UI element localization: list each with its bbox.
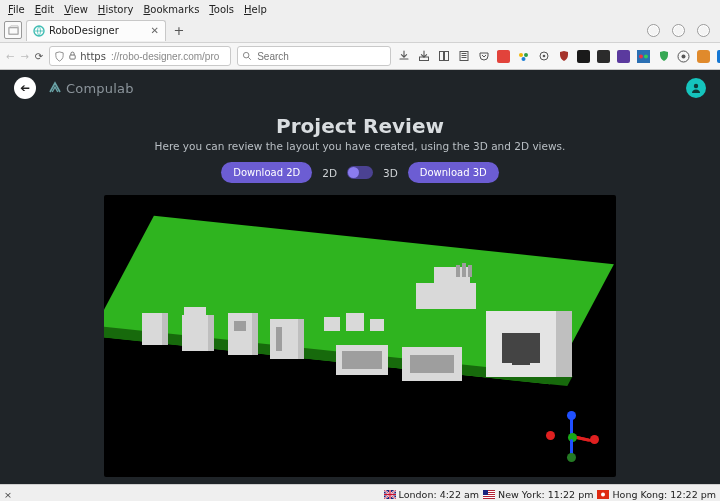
svg-point-16 [542, 55, 545, 58]
view-controls: Download 2D 2D 3D Download 3D [0, 162, 720, 183]
search-input[interactable] [255, 50, 386, 63]
new-tab-button[interactable]: + [170, 21, 188, 39]
window-minimize-button[interactable] [647, 24, 660, 37]
browser-tabstrip: RoboDesigner ✕ + [0, 18, 720, 42]
favicon-icon [33, 25, 45, 37]
flag-hk-icon [597, 490, 609, 499]
svg-rect-7 [444, 52, 448, 61]
svg-rect-6 [439, 52, 443, 61]
svg-rect-0 [8, 27, 17, 33]
axis-gizmo[interactable] [546, 411, 598, 463]
3d-viewport[interactable] [104, 195, 616, 477]
svg-point-19 [644, 54, 648, 58]
menu-view[interactable]: View [60, 4, 92, 15]
ext-purple-icon[interactable] [617, 50, 630, 63]
svg-rect-17 [637, 50, 650, 63]
ext-ublock-icon[interactable] [557, 50, 570, 63]
svg-rect-31 [384, 494, 396, 495]
svg-point-21 [682, 54, 686, 58]
menu-file[interactable]: File [4, 4, 29, 15]
ext-sync-icon[interactable] [537, 50, 550, 63]
svg-point-13 [524, 53, 528, 57]
window-controls [647, 24, 716, 37]
flag-us-icon [483, 490, 495, 499]
brand-icon [48, 81, 62, 95]
menu-help[interactable]: Help [240, 4, 271, 15]
browser-tab[interactable]: RoboDesigner ✕ [26, 20, 166, 41]
app-back-button[interactable]: ➔ [14, 77, 36, 99]
app-header: ➔ Compulab [0, 70, 720, 106]
ext-red-icon[interactable] [497, 50, 510, 63]
tab-title: RoboDesigner [49, 25, 147, 36]
os-menubar: File Edit View History Bookmarks Tools H… [0, 0, 720, 18]
window-maximize-button[interactable] [672, 24, 685, 37]
menu-tools[interactable]: Tools [205, 4, 238, 15]
shield-icon [54, 51, 65, 62]
ext-eye-icon[interactable] [677, 50, 690, 63]
svg-point-3 [244, 52, 250, 58]
person-icon [690, 82, 702, 94]
taskbar-close-icon[interactable]: × [4, 489, 12, 500]
menu-history[interactable]: History [94, 4, 138, 15]
svg-line-4 [249, 57, 251, 59]
brand-logo[interactable]: Compulab [48, 81, 134, 96]
svg-point-39 [601, 493, 605, 497]
menu-edit[interactable]: Edit [31, 4, 58, 15]
nav-back-button[interactable]: ← [6, 49, 14, 63]
ext-dark2-icon[interactable] [597, 50, 610, 63]
svg-point-18 [639, 54, 643, 58]
clock-london[interactable]: London:4:22 am [384, 489, 479, 500]
history-icon[interactable] [437, 50, 450, 63]
flag-uk-icon [384, 490, 396, 499]
svg-point-26 [694, 84, 698, 88]
svg-rect-36 [483, 497, 495, 498]
label-2d: 2D [322, 167, 337, 179]
lock-icon [68, 51, 77, 62]
svg-point-14 [522, 57, 526, 61]
inbox-icon[interactable] [417, 50, 430, 63]
search-icon [242, 51, 252, 61]
clock-hongkong[interactable]: Hong Kong:12:22 pm [597, 489, 716, 500]
window-close-button[interactable] [697, 24, 710, 37]
ext-orange-icon[interactable] [697, 50, 710, 63]
search-box[interactable] [237, 46, 391, 66]
label-3d: 3D [383, 167, 398, 179]
page-subtitle: Here you can review the layout you have … [0, 140, 720, 152]
ext-color-icon[interactable] [637, 50, 650, 63]
reader-icon[interactable] [457, 50, 470, 63]
menu-bookmarks[interactable]: Bookmarks [139, 4, 203, 15]
clock-newyork[interactable]: New York:11:22 pm [483, 489, 593, 500]
svg-rect-37 [483, 490, 488, 495]
download-icon[interactable] [397, 50, 410, 63]
account-avatar[interactable] [686, 78, 706, 98]
ext-adguard-icon[interactable] [657, 50, 670, 63]
nav-reload-button[interactable]: ⟳ [35, 49, 43, 63]
download-3d-button[interactable]: Download 3D [408, 162, 499, 183]
url-scheme: https [80, 51, 106, 62]
svg-rect-2 [70, 55, 75, 59]
svg-point-12 [519, 53, 523, 57]
brand-name: Compulab [66, 81, 134, 96]
svg-rect-35 [483, 495, 495, 496]
url-input[interactable] [109, 50, 226, 63]
view-all-tabs-button[interactable] [4, 21, 22, 39]
tab-close-button[interactable]: ✕ [151, 25, 159, 36]
view-toggle-2d-3d[interactable] [347, 166, 373, 179]
pocket-icon[interactable] [477, 50, 490, 63]
ext-dark1-icon[interactable] [577, 50, 590, 63]
address-bar[interactable]: https [49, 46, 231, 66]
download-2d-button[interactable]: Download 2D [221, 162, 312, 183]
ext-circles-icon[interactable] [517, 50, 530, 63]
page-content: ➔ Compulab Project Review Here you can r… [0, 70, 720, 484]
page-title: Project Review [0, 114, 720, 138]
nav-forward-button[interactable]: → [20, 49, 28, 63]
os-taskbar: × London:4:22 am New York:11:22 pm Hong … [0, 484, 720, 501]
browser-toolbar: ← → ⟳ https ≡ [0, 42, 720, 70]
extensions-area: ≡ [397, 49, 720, 63]
